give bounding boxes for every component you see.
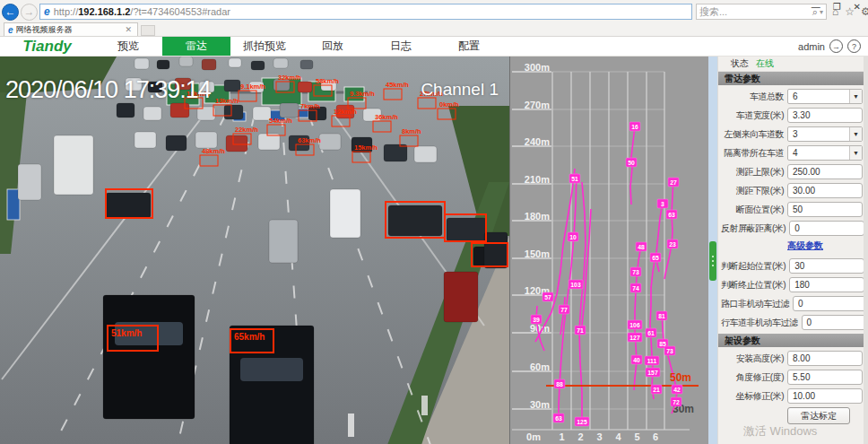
target-id: 103	[570, 282, 581, 288]
param-row: 测距上限(米)250.00	[721, 164, 863, 179]
speed-label: 32km/h	[278, 74, 301, 82]
param-select[interactable]: 3▼	[787, 126, 863, 142]
param-row: 路口非机动车过滤0	[721, 296, 863, 311]
road-marking	[421, 396, 428, 415]
nav-item-0[interactable]: 预览	[94, 37, 162, 56]
nav-item-3[interactable]: 回放	[299, 37, 367, 56]
windows-watermark: 激活 Windows	[743, 423, 817, 440]
main-nav: 预览雷达抓拍预览回放日志配置	[94, 37, 503, 56]
vehicle	[103, 295, 195, 419]
vehicle	[300, 60, 313, 69]
param-input[interactable]: 0	[789, 221, 864, 236]
target-id: 85	[659, 341, 666, 347]
panel-scrollbar[interactable]	[864, 57, 868, 444]
address-bar[interactable]: e http://192.168.1.2/?t=4734604553#radar	[39, 4, 692, 20]
speed-label: 45km/h	[386, 81, 409, 89]
radar-plot[interactable]: 300m270m240m210m180m150m120m90m60m30m0m1…	[509, 57, 708, 444]
param-input[interactable]: 0	[802, 315, 868, 330]
tiandy-logo: Tiandy	[0, 38, 94, 56]
param-input[interactable]: 30.00	[787, 183, 863, 198]
chevron-down-icon[interactable]: ▼	[849, 146, 862, 160]
panel-collapse-handle[interactable]	[709, 241, 716, 281]
param-control: 5.50	[787, 370, 863, 385]
browser-forward-button[interactable]: →	[21, 4, 38, 21]
panel-splitter	[708, 57, 717, 444]
nav-item-2[interactable]: 抓拍预览	[230, 37, 299, 56]
nav-item-1[interactable]: 雷达	[162, 37, 230, 56]
window-close-button[interactable]: ✕	[854, 2, 861, 12]
target-id: 65	[652, 255, 659, 261]
target-id: 71	[577, 327, 584, 334]
param-input[interactable]: 8.00	[787, 351, 863, 366]
speed-label: 15km/h	[354, 144, 378, 152]
param-input[interactable]: 3.30	[787, 108, 863, 123]
logout-icon[interactable]: →	[829, 39, 843, 53]
section-header-0: 雷达参数	[718, 72, 868, 85]
channel-label: Channel 1	[421, 80, 499, 100]
param-label: 测距上限(米)	[721, 166, 787, 178]
nav-item-5[interactable]: 配置	[435, 37, 503, 56]
window-maximize-button[interactable]: ❐	[833, 2, 841, 12]
target-id: 127	[629, 335, 640, 341]
target-id: 157	[647, 370, 658, 376]
url-prefix: http://	[54, 6, 79, 17]
speed-label: 58km/h	[316, 77, 339, 85]
param-control: 0	[793, 296, 868, 311]
param-select[interactable]: 4▼	[787, 145, 863, 161]
vehicle	[230, 326, 314, 444]
vehicle	[269, 220, 298, 263]
target-id: 74	[632, 285, 639, 292]
range-label: 60m	[530, 361, 550, 372]
param-label: 断面位置(米)	[721, 204, 787, 216]
param-row: 雷达标定	[721, 407, 863, 422]
url-path: /?t=4734604553#radar	[130, 6, 230, 17]
origin-label: 0m	[526, 431, 541, 442]
speed-label: 22km/h	[235, 126, 258, 134]
new-tab-button[interactable]	[141, 25, 155, 36]
help-icon[interactable]: ?	[847, 39, 861, 53]
chevron-down-icon[interactable]: ▼	[849, 90, 862, 103]
param-input[interactable]: 50	[787, 202, 863, 217]
video-preview[interactable]: 58km/h32km/h9.3km/h45km/h27km/h9.1km/h13…	[0, 57, 509, 444]
vehicle	[229, 58, 241, 67]
nav-item-4[interactable]: 日志	[367, 37, 435, 56]
param-input[interactable]: 10.00	[787, 388, 863, 404]
param-label: 角度修正(度)	[721, 371, 787, 384]
param-input[interactable]: 30	[789, 258, 864, 274]
param-control: 10.00	[787, 388, 863, 404]
param-control: 50	[787, 202, 863, 217]
target-id: 23	[669, 241, 676, 248]
radar-track	[650, 256, 655, 399]
target-id: 125	[577, 419, 587, 425]
browser-tab[interactable]: e 网络视频服务器 ✕	[4, 22, 138, 36]
param-input[interactable]: 0	[793, 296, 868, 311]
vehicle	[202, 59, 216, 70]
vehicle	[157, 60, 169, 69]
vehicle	[258, 134, 280, 150]
param-label: 路口非机动车过滤	[721, 298, 793, 310]
speed-label: 8km/h	[402, 127, 421, 135]
radar-calibrate-button[interactable]: 雷达标定	[787, 407, 850, 424]
param-input[interactable]: 5.50	[787, 370, 863, 385]
range-label: 210m	[525, 174, 550, 185]
target-id: 39	[533, 317, 540, 323]
vehicle	[224, 80, 240, 91]
speed-label: 9.1km/h	[240, 83, 265, 91]
vehicle	[106, 193, 151, 218]
tab-close-icon[interactable]: ✕	[123, 25, 134, 34]
param-input[interactable]: 250.00	[787, 164, 863, 179]
param-select[interactable]: 6▼	[787, 89, 863, 104]
browser-back-button[interactable]: ←	[2, 4, 19, 21]
param-input[interactable]: 180	[789, 277, 864, 292]
param-row: 断面位置(米)50	[721, 202, 863, 217]
app-header: Tiandy 预览雷达抓拍预览回放日志配置 admin → ?	[0, 37, 868, 57]
speed-label: 13km/h	[215, 97, 239, 105]
advanced-params-link[interactable]: 高级参数	[787, 240, 823, 250]
parameter-panel: 状态 在线 雷达参数车道总数6▼车道宽度(米)3.30左侧来向车道数3▼隔离带所…	[717, 57, 868, 444]
vehicle	[298, 82, 312, 92]
video-scene: 58km/h32km/h9.3km/h45km/h27km/h9.1km/h13…	[0, 57, 509, 444]
window-minimize-button[interactable]: —	[812, 2, 820, 12]
vehicle	[18, 164, 41, 200]
chevron-down-icon[interactable]: ▼	[849, 127, 862, 141]
param-control: 250.00	[787, 164, 863, 179]
